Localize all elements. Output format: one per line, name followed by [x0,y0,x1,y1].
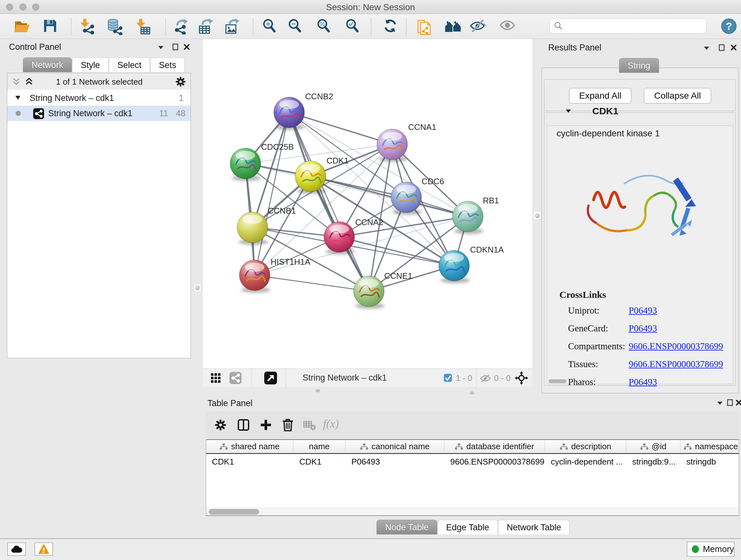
control-panel-maximize-button[interactable] [172,44,179,51]
tab-node-table[interactable]: Node Table [377,520,437,535]
selected-checkbox[interactable] [444,374,452,382]
tab-edge-table[interactable]: Edge Table [437,520,498,535]
table-panel-close-button[interactable] [735,399,741,406]
global-search-field[interactable] [549,18,706,34]
table-options-button[interactable] [214,419,226,431]
collapse-all-networks-button[interactable] [12,78,21,86]
right-splitter-handle[interactable] [533,211,541,220]
network-collection-row[interactable]: String Network – cdk1 1 [7,91,191,106]
import-table-from-file-button[interactable] [135,18,151,35]
grid-view-button[interactable] [211,373,221,383]
zoom-fit-button[interactable] [316,18,332,35]
cloud-status-button[interactable] [7,543,26,556]
function-builder-button-disabled[interactable]: f(x) [323,417,339,430]
crosslink-value[interactable]: 9606.ENSP00000378699 [629,359,723,369]
home-view-button[interactable] [445,18,461,33]
graph-node-CDKN1A[interactable]: CDKN1A [439,245,504,281]
graph-edge[interactable] [289,112,392,144]
graph-node-RB1[interactable]: RB1 [453,196,499,232]
search-input[interactable] [563,21,700,31]
memory-button[interactable]: Memory [687,542,735,557]
results-panel-close-button[interactable] [730,44,737,51]
column-header-canonical-name[interactable]: canonical name [346,440,445,453]
open-session-button[interactable] [14,18,30,34]
show-all-button[interactable] [499,18,516,32]
table-horizontal-scrollbar[interactable] [206,508,739,515]
export-image-button[interactable] [225,18,240,35]
table-cell[interactable]: 9606.ENSP00000378699 [445,455,545,469]
tab-sets[interactable]: Sets [150,57,185,72]
graph-node-HIST1H1A[interactable]: HIST1H1A [239,257,311,291]
detach-view-button[interactable] [264,371,278,385]
control-panel-float-button[interactable] [158,45,164,50]
graph-edge[interactable] [255,275,369,291]
tab-select[interactable]: Select [109,57,150,72]
expand-all-button[interactable]: Expand All [569,88,631,104]
graph-node-CDC6[interactable]: CDC6 [391,177,444,212]
expand-all-networks-button[interactable] [24,78,33,86]
delete-column-button[interactable] [282,418,293,432]
add-column-button[interactable] [260,419,272,431]
results-panel-float-button[interactable] [703,46,710,51]
results-panel-maximize-button[interactable] [719,44,725,51]
network-canvas[interactable]: CCNB2CCNA1CDC25BCDK1CDC6RB1CCNB1CCNA2CDK… [203,39,532,368]
zoom-selected-button[interactable] [345,18,360,35]
crosslink-value[interactable]: P06493 [629,323,657,334]
help-button[interactable]: ? [721,18,737,35]
table-cell[interactable]: CDK1 [206,455,293,469]
crosslink-value[interactable]: 9606.ENSP00000378699 [629,341,723,352]
show-columns-button[interactable] [238,419,250,431]
entry-collapse-icon[interactable] [565,109,571,113]
left-splitter-handle[interactable] [193,284,201,292]
refresh-view-button[interactable] [383,18,398,33]
table-scroll-thumb[interactable] [209,509,259,515]
column-header--id[interactable]: @id [626,440,681,453]
table-cell[interactable]: P06493 [346,455,445,469]
network-row-selected[interactable]: String Network – cdk1 11 48 [7,106,191,121]
column-header-name[interactable]: name [293,440,346,453]
tab-network[interactable]: Network [23,57,72,72]
tab-style[interactable]: Style [72,57,109,72]
hidden-eye-icon[interactable] [479,374,491,383]
results-scroll-thumb[interactable] [549,379,566,383]
table-cell[interactable]: cyclin-dependent ... [545,455,626,469]
save-session-button[interactable] [43,18,57,33]
column-header-description[interactable]: description [545,440,626,453]
column-header-database-identifier[interactable]: database identifier [445,440,545,453]
graph-edge[interactable] [311,176,468,216]
delete-table-button-disabled[interactable] [303,421,316,430]
table-panel-maximize-button[interactable] [727,399,733,406]
export-table-button[interactable] [198,18,213,35]
string-import-button[interactable] [417,18,432,35]
tab-string[interactable]: String [619,58,659,73]
control-panel-close-button[interactable] [183,44,190,51]
table-body-row[interactable]: CDK1CDK1P064939606.ENSP00000378699cyclin… [206,455,739,469]
graph-node-CDC25B[interactable]: CDC25B [230,142,294,179]
table-cell[interactable]: CDK1 [293,455,346,469]
zoom-out-button[interactable] [287,18,303,35]
table-cell[interactable]: stringdb [681,455,739,469]
export-network-button[interactable] [174,18,190,35]
window-close-button[interactable] [6,3,13,10]
column-header-namespace[interactable]: namespace [681,440,739,453]
import-network-from-database-button[interactable] [107,18,123,35]
network-panel-options-button[interactable] [175,76,186,87]
table-splitter-handle[interactable] [470,391,474,395]
crosslink-value[interactable]: P06493 [629,305,657,316]
import-network-from-file-button[interactable] [79,18,94,35]
collapse-all-button[interactable]: Collapse All [644,88,711,104]
network-view-mode-button[interactable] [229,372,242,384]
graph-node-CCNA1[interactable]: CCNA1 [377,122,436,160]
crosslink-value[interactable]: P06493 [629,377,657,387]
column-header-shared-name[interactable]: shared name [206,440,293,453]
window-zoom-button[interactable] [32,3,39,10]
hide-selected-button[interactable] [469,18,486,33]
entry-gene-name[interactable]: CDK1 [592,106,618,117]
canvas-splitter-handle[interactable] [316,389,320,392]
zoom-in-button[interactable] [262,18,277,35]
table-panel-float-button[interactable] [717,401,723,406]
tab-network-table[interactable]: Network Table [498,520,570,535]
window-minimize-button[interactable] [19,3,26,10]
birds-eye-view-button[interactable] [515,371,529,385]
graph-node-CCNB1[interactable]: CCNB1 [237,206,296,243]
